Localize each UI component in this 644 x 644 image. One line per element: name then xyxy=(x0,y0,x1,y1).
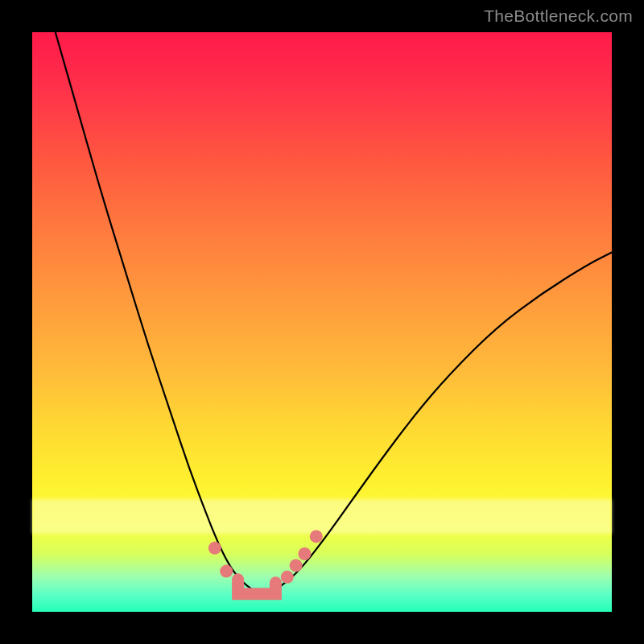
valley-highlight xyxy=(238,580,276,594)
watermark-text: TheBottleneck.com xyxy=(484,6,633,26)
plot-area xyxy=(32,32,612,612)
bottleneck-curve xyxy=(56,32,612,594)
dot-left-lower xyxy=(220,565,233,578)
dot-left-upper xyxy=(208,542,221,555)
chart-frame: TheBottleneck.com xyxy=(0,0,644,644)
chart-svg xyxy=(32,32,612,612)
dot-right-upper xyxy=(310,530,323,543)
dot-right-1 xyxy=(281,571,294,584)
dot-right-3 xyxy=(298,547,311,560)
dot-right-2 xyxy=(290,559,303,572)
